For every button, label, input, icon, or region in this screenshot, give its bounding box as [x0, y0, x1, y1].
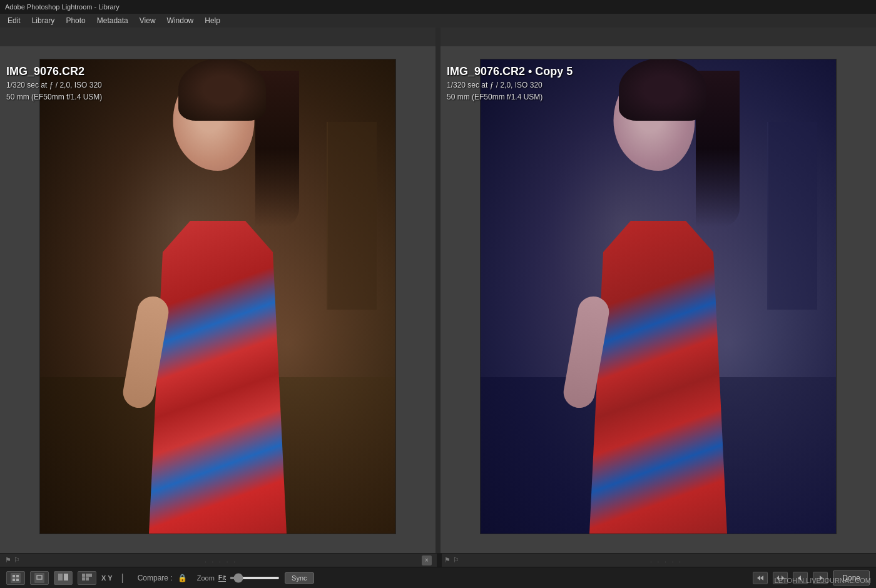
xy-label: X Y [101, 574, 113, 582]
svg-rect-1 [16, 575, 19, 577]
left-strip-dots: . . . . . [23, 557, 419, 564]
right-photo-container[interactable] [441, 46, 876, 553]
right-strip-dots: . . . . . [462, 557, 871, 564]
zoom-fit-value[interactable]: Fit [218, 574, 226, 582]
right-flag-icon2: ⚐ [453, 556, 459, 564]
title-text: Adobe Photoshop Lightroom - Library [5, 3, 120, 11]
svg-rect-7 [82, 574, 85, 577]
svg-rect-11 [86, 577, 89, 580]
lock-icon: 🔒 [178, 574, 187, 582]
svg-marker-17 [820, 575, 823, 580]
menu-view[interactable]: View [135, 15, 161, 26]
tool-survey-button[interactable] [78, 571, 96, 585]
left-photo-area: IMG_9076.CR2 1/320 sec at ƒ / 2,0, ISO 3… [0, 46, 435, 553]
left-close-button[interactable]: × [422, 555, 432, 565]
left-flag-icon: ⚑ [5, 556, 11, 564]
right-strip-section: ⚑ ⚐ . . . . . [442, 556, 876, 564]
nav-swap-button[interactable] [773, 572, 788, 584]
menu-edit[interactable]: Edit [3, 15, 26, 26]
compare-icon [58, 574, 68, 582]
grid-icon [11, 573, 21, 583]
right-flag-icon: ⚑ [444, 556, 451, 564]
svg-rect-4 [37, 575, 42, 579]
svg-rect-9 [89, 574, 92, 577]
svg-rect-6 [64, 574, 68, 580]
menu-help[interactable]: Help [200, 15, 225, 26]
svg-rect-8 [86, 574, 89, 577]
compare-label: Compare : [138, 574, 173, 582]
svg-rect-3 [16, 579, 19, 581]
strip-divider [437, 554, 442, 567]
right-photo-area: IMG_9076.CR2 • Copy 5 1/320 sec at ƒ / 2… [441, 46, 876, 553]
menu-metadata[interactable]: Metadata [92, 15, 133, 26]
svg-marker-12 [757, 575, 760, 580]
menu-library[interactable]: Library [27, 15, 60, 26]
svg-rect-2 [13, 579, 15, 581]
nav-prev-button[interactable] [793, 572, 808, 584]
zoom-section: Zoom Fit [197, 574, 280, 582]
left-panel: Select IMG_9076.CR2 1/320 sec at ƒ / 2,0… [0, 28, 435, 553]
tool-grid-button[interactable] [6, 571, 25, 585]
done-button[interactable]: Done [833, 570, 870, 585]
loupe-icon [34, 573, 44, 583]
svg-marker-16 [798, 575, 801, 580]
menu-bar: Edit Library Photo Metadata View Window … [0, 14, 876, 28]
sync-button[interactable]: Sync [285, 572, 313, 584]
svg-marker-15 [782, 575, 784, 580]
left-strip-section: ⚑ ⚐ . . . . . × [0, 555, 437, 565]
svg-marker-13 [760, 575, 763, 580]
nav-first-button[interactable] [753, 572, 768, 584]
left-flag-icon2: ⚐ [14, 556, 20, 564]
panel-divider [435, 28, 441, 553]
right-photo-image [480, 59, 837, 534]
toolbar: X Y | Compare : 🔒 Zoom Fit Sync Done [0, 567, 876, 588]
title-bar: Adobe Photoshop Lightroom - Library [0, 0, 876, 14]
svg-rect-5 [58, 574, 63, 580]
right-panel: Candidate IMG_9076.CR2 • Copy 5 1/320 se… [441, 28, 876, 553]
survey-icon [82, 574, 92, 582]
tool-compare-button[interactable] [54, 571, 73, 585]
tool-loupe-button[interactable] [30, 571, 49, 585]
menu-photo[interactable]: Photo [61, 15, 90, 26]
left-photo-image [39, 59, 396, 534]
left-photo-container[interactable] [0, 46, 435, 553]
toolbar-separator: | [121, 572, 124, 584]
zoom-label: Zoom [197, 574, 215, 582]
zoom-slider[interactable] [230, 577, 280, 579]
svg-rect-0 [13, 575, 15, 577]
bottom-strip: ⚑ ⚐ . . . . . × ⚑ ⚐ . . . . . [0, 553, 876, 567]
menu-window[interactable]: Window [162, 15, 199, 26]
compare-area: Select IMG_9076.CR2 1/320 sec at ƒ / 2,0… [0, 28, 876, 553]
nav-next-button[interactable] [813, 572, 828, 584]
svg-marker-14 [777, 575, 779, 580]
svg-rect-10 [82, 577, 85, 580]
